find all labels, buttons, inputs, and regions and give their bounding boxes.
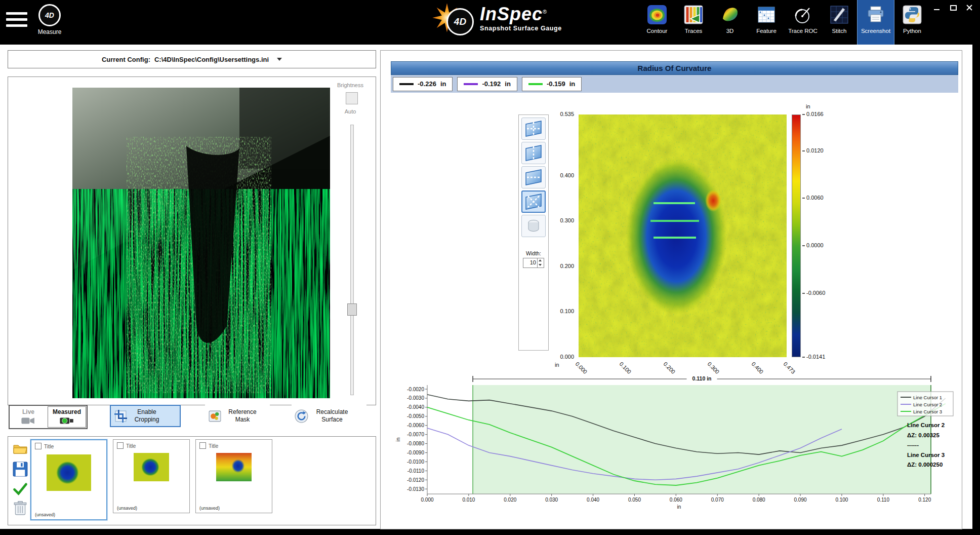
recalculate-surface-button[interactable]: Recalculate Surface (292, 405, 366, 427)
thumbnail-title-label: Title (126, 443, 136, 449)
toolbar-traces-button[interactable]: Traces (675, 0, 712, 45)
cylinder-tool-button[interactable] (521, 215, 546, 237)
toolbar-stitch-button[interactable]: Stitch (821, 0, 858, 45)
colorbar (792, 114, 801, 357)
spinner-down-icon[interactable] (538, 263, 544, 268)
toolbar-button-label: Feature (756, 28, 777, 34)
save-button[interactable] (13, 462, 28, 477)
minimize-icon[interactable] (933, 4, 941, 11)
close-icon[interactable] (966, 4, 973, 11)
trace-y-tick: -0.0130 (407, 486, 424, 492)
crop-icon (114, 409, 128, 423)
measurement-thumbnail-2[interactable]: Title(unsaved) (113, 439, 190, 513)
toolbar-python-button[interactable]: Python (894, 0, 930, 45)
diagonal-cursor-button[interactable] (521, 190, 546, 213)
hamburger-menu-icon[interactable] (6, 12, 27, 30)
measured-button[interactable]: Measured (48, 406, 86, 428)
camera-panel: Brightness Auto (8, 77, 376, 405)
thumbnail-image (47, 454, 91, 491)
toolbar-contour-button[interactable]: Contour (639, 0, 675, 45)
trace-x-tick: 0.050 (628, 497, 641, 503)
vertical-cursor-button[interactable] (521, 142, 546, 164)
delta-annotation: Line Cursor 2 (907, 422, 945, 428)
thumbnail-title-label: Title (44, 443, 54, 449)
brightness-slider-thumb[interactable] (347, 303, 357, 316)
heatmap-x-tick: 0.000 (575, 361, 589, 375)
brightness-auto-button[interactable] (346, 92, 358, 104)
measure-label: Measure (35, 28, 64, 35)
heatmap-y-tick: 0.300 (560, 217, 574, 223)
3d-surface-icon (720, 5, 740, 24)
config-dropdown[interactable]: Current Config: C:\4D\InSpec\Config\User… (8, 50, 376, 68)
analysis-title: Radius Of Curvature (391, 61, 958, 75)
reference-mask-button[interactable]: Reference Mask (205, 405, 270, 427)
title-checkbox[interactable] (117, 442, 124, 449)
title-bar: 4D Measure 4D InSpec® Snapshot Surface G… (0, 0, 980, 45)
accept-button[interactable] (13, 481, 28, 496)
toolbar-feature-button[interactable]: Feature (748, 0, 785, 45)
recalculate-icon (295, 409, 308, 423)
delta-annotation: ΔZ: 0.000250 (907, 462, 943, 468)
horizontal-cursor-button[interactable] (521, 166, 546, 188)
roc-legend-item-2[interactable]: -0.192in (457, 77, 517, 91)
diagonal-cursor-icon (523, 193, 544, 211)
spinner-up-icon[interactable] (538, 258, 544, 263)
trace-x-tick: 0.080 (753, 497, 765, 503)
roc-legend-item-1[interactable]: -0.226in (393, 77, 453, 91)
title-checkbox[interactable] (199, 442, 206, 449)
colorbar-tick: 0.0000 (802, 242, 824, 248)
heatmap-y-tick: 0.000 (560, 354, 574, 360)
thumbnail-image (134, 453, 169, 481)
toolbar-button-label: Traces (685, 28, 703, 34)
maximize-icon[interactable] (950, 4, 957, 11)
measure-nav-button[interactable]: 4D Measure (35, 4, 64, 35)
thumbnail-image (216, 453, 252, 481)
legend-value: -0.159 (547, 80, 565, 88)
toolbar: ContourTraces3DFeatureTrace ROCStitchScr… (639, 0, 930, 45)
logo-registered-mark: ® (543, 9, 547, 15)
trace-legend-label: Line Cursor 2 (913, 402, 942, 407)
delta-annotation: ΔZ: 0.00325 (907, 432, 940, 438)
width-spinner[interactable]: 10 (523, 258, 544, 268)
legend-line-swatch (399, 83, 414, 85)
title-checkbox[interactable] (35, 443, 42, 449)
brightness-label: Brightness (328, 82, 373, 88)
legend-unit: in (569, 80, 576, 88)
measurement-thumbnail-3[interactable]: Title(unsaved) (195, 439, 272, 513)
toolbar-trace-roc-button[interactable]: Trace ROC (785, 0, 821, 45)
trace-y-tick: -0.0120 (407, 477, 424, 483)
colorbar-labels: 0.01660.01200.00600.0000-0.0060-0.0141 (802, 114, 835, 357)
trace-x-tick: 0.000 (421, 497, 433, 503)
heatmap-y-tick: 0.100 (560, 308, 574, 314)
measurement-files-panel: Title(unsaved)Title(unsaved)Title(unsave… (8, 436, 376, 525)
trace-legend-label: Line Cursor 1 (913, 395, 942, 400)
toolbar-screenshot-button[interactable]: Screenshot (858, 0, 894, 45)
heatmap-y-tick: 0.535 (560, 111, 574, 117)
high-spot (705, 189, 721, 212)
surface-heatmap[interactable] (579, 114, 787, 357)
live-button[interactable]: Live (10, 406, 47, 428)
open-file-button[interactable] (13, 441, 28, 456)
toolbar-button-label: Python (903, 28, 921, 34)
heatmap-y-tick: 0.200 (560, 263, 574, 269)
profile-chart[interactable]: -0.0020-0.0030-0.0040-0.0050-0.0060-0.00… (393, 375, 960, 510)
measured-surface-image[interactable] (72, 88, 330, 398)
chevron-down-icon (277, 58, 282, 61)
width-value: 10 (523, 258, 537, 268)
reference-mask-label: Reference Mask (225, 408, 260, 424)
toolbar-3d-button[interactable]: 3D (712, 0, 748, 45)
roc-legend-item-3[interactable]: -0.159in (522, 77, 582, 91)
enable-cropping-button[interactable]: Enable Cropping (110, 405, 181, 427)
measurement-thumbnail-1[interactable]: Title(unsaved) (30, 439, 107, 520)
cross-cursor-button[interactable] (521, 118, 546, 140)
heatmap-x-tick: 0.400 (750, 361, 764, 375)
trace-y-tick: -0.0020 (407, 387, 424, 392)
brightness-slider[interactable] (350, 125, 354, 395)
heatmap-x-tick: 0.200 (662, 361, 676, 375)
screenshot-printer-icon (866, 5, 885, 24)
trace-y-tick: -0.0080 (407, 441, 424, 446)
cylinder-tool-icon (523, 217, 544, 235)
trace-x-tick: 0.010 (462, 497, 475, 503)
stitch-icon (830, 5, 849, 24)
delete-button[interactable] (13, 501, 28, 516)
